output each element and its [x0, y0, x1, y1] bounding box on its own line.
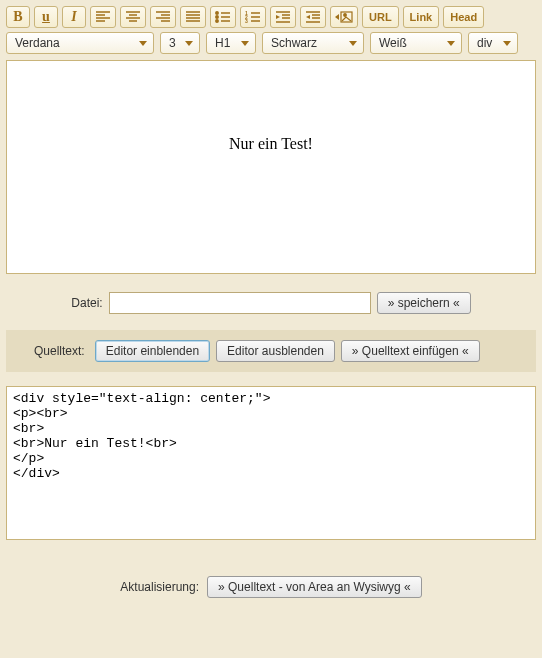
- bg-color-value: Weiß: [379, 36, 407, 50]
- chevron-down-icon: [185, 41, 193, 46]
- align-center-icon: [125, 11, 141, 23]
- outdent-button[interactable]: [270, 6, 296, 28]
- align-center-button[interactable]: [120, 6, 146, 28]
- indent-icon: [305, 11, 321, 23]
- align-right-button[interactable]: [150, 6, 176, 28]
- svg-point-39: [344, 14, 347, 17]
- file-label: Datei:: [71, 296, 102, 310]
- heading-select[interactable]: H1: [206, 32, 256, 54]
- chevron-down-icon: [503, 41, 511, 46]
- size-select-value: 3: [169, 36, 176, 50]
- font-select-value: Verdana: [15, 36, 60, 50]
- svg-point-16: [216, 12, 218, 14]
- insert-image-button[interactable]: [330, 6, 358, 28]
- outdent-icon: [275, 11, 291, 23]
- footer-label: Aktualisierung:: [120, 580, 199, 594]
- link-button[interactable]: Link: [403, 6, 440, 28]
- text-color-select[interactable]: Schwarz: [262, 32, 364, 54]
- image-icon: [335, 11, 353, 23]
- head-button[interactable]: Head: [443, 6, 484, 28]
- text-color-value: Schwarz: [271, 36, 317, 50]
- source-panel: Quelltext: Editor einblenden Editor ausb…: [6, 330, 536, 372]
- bg-color-select[interactable]: Weiß: [370, 32, 462, 54]
- editor-content-text: Nur ein Test!: [229, 135, 313, 153]
- source-panel-label: Quelltext:: [34, 344, 85, 358]
- url-button[interactable]: URL: [362, 6, 399, 28]
- font-select[interactable]: Verdana: [6, 32, 154, 54]
- unordered-list-button[interactable]: [210, 6, 236, 28]
- svg-point-18: [216, 16, 218, 18]
- svg-marker-40: [335, 14, 339, 20]
- svg-point-20: [216, 20, 218, 22]
- align-left-button[interactable]: [90, 6, 116, 28]
- svg-marker-34: [306, 15, 310, 19]
- style-selects-row: Verdana 3 H1 Schwarz Weiß div: [6, 32, 536, 54]
- italic-button[interactable]: I: [62, 6, 86, 28]
- insert-source-button[interactable]: » Quelltext einfügen «: [341, 340, 480, 362]
- bold-button[interactable]: B: [6, 6, 30, 28]
- underline-button[interactable]: u: [34, 6, 58, 28]
- tag-select-value: div: [477, 36, 492, 50]
- file-row: Datei: » speichern «: [6, 292, 536, 314]
- ordered-list-button[interactable]: 123: [240, 6, 266, 28]
- align-justify-icon: [185, 11, 201, 23]
- align-right-icon: [155, 11, 171, 23]
- chevron-down-icon: [139, 41, 147, 46]
- show-editor-button[interactable]: Editor einblenden: [95, 340, 210, 362]
- file-input[interactable]: [109, 292, 371, 314]
- hide-editor-button[interactable]: Editor ausblenden: [216, 340, 335, 362]
- heading-select-value: H1: [215, 36, 230, 50]
- svg-text:3: 3: [245, 18, 248, 23]
- source-textarea[interactable]: <div style="text-align: center;"> <p><br…: [6, 386, 536, 540]
- chevron-down-icon: [447, 41, 455, 46]
- chevron-down-icon: [349, 41, 357, 46]
- svg-marker-29: [276, 15, 280, 19]
- unordered-list-icon: [215, 11, 231, 23]
- sync-source-button[interactable]: » Quelltext - von Area an Wysiwyg «: [207, 576, 422, 598]
- format-toolbar: B u I 123: [6, 6, 536, 28]
- ordered-list-icon: 123: [245, 11, 261, 23]
- wysiwyg-editor[interactable]: Nur ein Test!: [6, 60, 536, 274]
- indent-button[interactable]: [300, 6, 326, 28]
- align-left-icon: [95, 11, 111, 23]
- footer-row: Aktualisierung: » Quelltext - von Area a…: [6, 576, 536, 598]
- align-justify-button[interactable]: [180, 6, 206, 28]
- save-button[interactable]: » speichern «: [377, 292, 471, 314]
- size-select[interactable]: 3: [160, 32, 200, 54]
- chevron-down-icon: [241, 41, 249, 46]
- tag-select[interactable]: div: [468, 32, 518, 54]
